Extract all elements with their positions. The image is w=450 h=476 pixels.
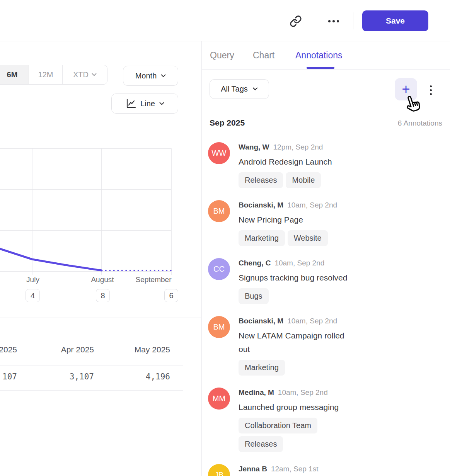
ellipsis-icon [328, 20, 339, 22]
tag-pill[interactable]: Website [288, 230, 328, 246]
data-table: 2025 Apr 2025 May 2025 107 3,107 4,196 [0, 318, 201, 390]
line-chart-icon [125, 98, 136, 109]
range-xtd-button[interactable]: XTD [62, 65, 107, 84]
avatar: CC [208, 258, 230, 280]
avatar: JB [208, 464, 230, 476]
tab-query[interactable]: Query [210, 41, 234, 69]
link-icon [290, 15, 302, 27]
table-header-col3: May 2025 [116, 345, 170, 354]
table-row-divider [0, 365, 183, 366]
annotation-count-badge-july[interactable]: 4 [26, 289, 40, 302]
table-header-col1: 2025 [0, 345, 17, 354]
annotation-title: New Pricing Page [239, 213, 355, 226]
chevron-down-icon [159, 102, 164, 105]
tag-pill[interactable]: Releases [239, 172, 283, 188]
avatar: WW [208, 142, 230, 164]
annotation-title: Signups tracking bug resolved [239, 271, 355, 284]
annotation-author: Wang, W [239, 143, 269, 151]
annotation-title: Launched group messaging [239, 400, 355, 414]
annotations-menu-button[interactable] [425, 82, 436, 98]
annotation-title: New LATAM Campaign rolled out [239, 329, 355, 356]
tag-pill[interactable]: Marketing [239, 230, 285, 246]
annotation-author: Bocianski, M [239, 201, 283, 209]
header-divider [353, 12, 353, 29]
annotation-author: Cheng, C [239, 259, 271, 267]
share-link-button[interactable] [288, 13, 304, 29]
chevron-down-icon [161, 74, 166, 78]
annotation-count-badge-september[interactable]: 6 [164, 289, 178, 302]
annotations-count: 6 Annotations [398, 119, 442, 128]
annotation-timestamp: 10am, Sep 2nd [278, 388, 328, 397]
annotation-author: Jenna B [239, 465, 267, 473]
annotation-item[interactable]: BM Bocianski, M 10am, Sep 2nd New LATAM … [208, 316, 440, 376]
table-value-col1: 107 [0, 372, 17, 381]
annotation-item[interactable]: CC Cheng, C 10am, Sep 2nd Signups tracki… [208, 258, 440, 304]
tags-filter-dropdown[interactable]: All Tags [210, 79, 269, 99]
annotation-item[interactable]: JB Jenna B 12am, Sep 1st Labor Day US Ho… [208, 464, 440, 476]
x-tick-september: September [136, 275, 172, 284]
annotation-title: Android Redesign Launch [239, 155, 355, 168]
table-value-col3: 4,196 [116, 372, 170, 381]
tab-annotations[interactable]: Annotations [295, 41, 342, 69]
annotations-section-header: Sep 2025 6 Annotations [210, 118, 442, 128]
chart-type-dropdown[interactable]: Line [111, 94, 178, 114]
tab-chart[interactable]: Chart [253, 41, 274, 69]
date-range-segmented-control: 6M 12M XTD [0, 65, 107, 85]
x-tick-july: July [26, 275, 39, 284]
chart-gridlines [0, 148, 171, 275]
avatar: MM [208, 388, 230, 410]
annotation-timestamp: 10am, Sep 2nd [287, 201, 337, 209]
annotation-timestamp: 10am, Sep 2nd [287, 317, 337, 325]
annotation-item[interactable]: BM Bocianski, M 10am, Sep 2nd New Pricin… [208, 200, 440, 246]
tag-pill[interactable]: Marketing [239, 360, 285, 376]
table-header-col2: Apr 2025 [40, 345, 94, 354]
app-window: Save 6M 12M XTD Month Line [0, 0, 450, 476]
annotation-timestamp: 10am, Sep 2nd [274, 259, 324, 267]
kebab-icon [430, 85, 432, 87]
add-annotation-button[interactable]: + [395, 78, 417, 100]
chevron-down-icon [252, 87, 258, 91]
right-panel-tabs: Query Chart Annotations [202, 41, 450, 70]
annotation-item[interactable]: MM Medina, M 10am, Sep 2nd Launched grou… [208, 388, 440, 452]
table-value-col2: 3,107 [40, 372, 94, 381]
tag-pill[interactable]: Bugs [239, 288, 269, 304]
top-header: Save [0, 0, 450, 41]
annotation-timestamp: 12am, Sep 1st [271, 465, 319, 473]
line-chart[interactable] [0, 145, 201, 276]
section-month-title: Sep 2025 [210, 118, 245, 128]
range-6m-button[interactable]: 6M [0, 65, 29, 84]
active-tab-underline [307, 67, 334, 69]
annotation-count-badge-august[interactable]: 8 [96, 289, 110, 302]
tag-pill[interactable]: Collaboration Team [239, 418, 317, 434]
avatar: BM [208, 316, 230, 338]
tag-pill[interactable]: Mobile [286, 172, 321, 188]
trend-line [0, 249, 102, 270]
annotation-author: Medina, M [239, 388, 274, 397]
save-button[interactable]: Save [362, 10, 428, 31]
annotation-timestamp: 12pm, Sep 2nd [273, 143, 323, 151]
granularity-dropdown[interactable]: Month [123, 66, 178, 86]
x-tick-august: August [91, 275, 114, 284]
tag-pill[interactable]: Releases [239, 436, 283, 452]
annotation-item[interactable]: WW Wang, W 12pm, Sep 2nd Android Redesig… [208, 142, 440, 188]
annotations-list: WW Wang, W 12pm, Sep 2nd Android Redesig… [208, 142, 440, 476]
table-row-divider [0, 390, 183, 391]
avatar: BM [208, 200, 230, 222]
panel-divider [201, 41, 202, 476]
chevron-down-icon [92, 73, 97, 76]
range-12m-button[interactable]: 12M [29, 65, 62, 84]
annotation-author: Bocianski, M [239, 317, 283, 325]
more-options-button[interactable] [324, 13, 343, 29]
